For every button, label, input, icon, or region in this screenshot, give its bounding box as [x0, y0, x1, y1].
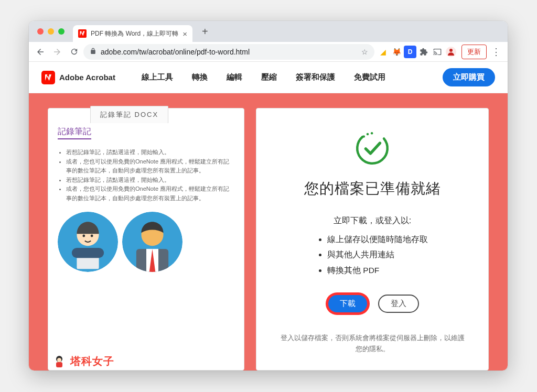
- adobe-logo-icon: [41, 71, 55, 84]
- cast-icon[interactable]: [431, 46, 444, 58]
- browser-toolbar: adobe.com/tw/acrobat/online/pdf-to-word.…: [29, 42, 508, 62]
- close-tab-icon[interactable]: ×: [182, 29, 187, 38]
- new-tab-button[interactable]: +: [198, 26, 212, 38]
- svg-point-7: [91, 234, 93, 237]
- svg-point-16: [353, 129, 391, 167]
- svg-point-14: [57, 358, 61, 362]
- bullet-item: 或者，您也可以使用免費的OneNote 應用程式，輕鬆建立所有記事的數位筆記本，…: [66, 184, 234, 203]
- page-body: 記錄筆記 DOCX 記錄筆記 若想記錄筆記，請點選這裡，開始輸入。 或者，您也可…: [29, 93, 508, 371]
- extension-icon[interactable]: ◢: [377, 46, 389, 58]
- fullscreen-window-icon[interactable]: [58, 28, 65, 35]
- svg-point-1: [449, 49, 453, 52]
- brand[interactable]: Adobe Acrobat: [41, 71, 115, 84]
- nav-online-tools[interactable]: 線上工具: [134, 72, 180, 82]
- bullet-item: 或者，您也可以使用免費的OneNote 應用程式，輕鬆建立所有記事的數位筆記本，…: [66, 157, 234, 176]
- profile-avatar-icon[interactable]: [445, 46, 457, 58]
- download-highlight: 下載: [326, 292, 370, 315]
- avatar-row: [58, 212, 234, 272]
- nav-compress[interactable]: 壓縮: [254, 72, 284, 82]
- doc-title: 記錄筆記: [58, 126, 91, 139]
- reload-button[interactable]: [67, 45, 81, 59]
- url-text: adobe.com/tw/acrobat/online/pdf-to-word.…: [101, 48, 357, 56]
- feature-item: 線上儲存以便隨時隨地存取: [327, 232, 428, 247]
- nav-sign[interactable]: 簽署和保護: [288, 72, 342, 82]
- privacy-note: 登入以儲存檔案，否則系統會將檔案從伺服器上刪除，以維護您的隱私。: [278, 333, 467, 355]
- browser-window: PDF 轉換為 Word，線上即可轉 × + adobe.com/tw/acro…: [29, 21, 508, 371]
- button-row: 下載 登入: [326, 292, 419, 315]
- bookmark-star-icon[interactable]: ☆: [361, 48, 368, 56]
- ready-title: 您的檔案已準備就緒: [304, 179, 441, 199]
- tab-title: PDF 轉換為 Word，線上即可轉: [91, 29, 178, 38]
- feature-list: 線上儲存以便隨時隨地存取 與其他人共用連結 轉換其他 PDF: [317, 232, 428, 278]
- svg-point-18: [367, 133, 369, 136]
- brand-text: Adobe Acrobat: [59, 73, 115, 82]
- address-bar[interactable]: adobe.com/tw/acrobat/online/pdf-to-word.…: [83, 44, 374, 60]
- feature-item: 轉換其他 PDF: [327, 263, 428, 278]
- kebab-menu-icon[interactable]: ⋮: [489, 45, 503, 59]
- adobe-favicon-icon: [78, 29, 87, 38]
- close-window-icon[interactable]: [37, 28, 44, 35]
- svg-point-19: [371, 132, 373, 135]
- update-button[interactable]: 更新: [461, 45, 487, 59]
- watermark: 塔科女子: [51, 353, 114, 369]
- download-card: 您的檔案已準備就緒 立即下載，或登入以: 線上儲存以便隨時隨地存取 與其他人共用…: [256, 108, 489, 371]
- subtitle: 立即下載，或登入以:: [334, 215, 411, 226]
- svg-rect-15: [56, 362, 62, 367]
- lock-icon: [90, 48, 96, 56]
- forward-button[interactable]: [50, 45, 65, 59]
- bullet-item: 若想記錄筆記，請點選這裡，開始輸入。: [66, 148, 234, 157]
- buy-now-button[interactable]: 立即購買: [443, 68, 495, 86]
- metamask-icon[interactable]: 🦊: [390, 46, 403, 58]
- svg-rect-4: [72, 248, 104, 258]
- site-navigation: Adobe Acrobat 線上工具 轉換 編輯 壓縮 簽署和保護 免費試用 立…: [29, 62, 508, 93]
- signin-button[interactable]: 登入: [378, 295, 419, 313]
- avatar-person-1-icon: [58, 212, 118, 272]
- feature-item: 與其他人共用連結: [327, 247, 428, 262]
- extensions-puzzle-icon[interactable]: [417, 46, 430, 58]
- download-button[interactable]: 下載: [328, 295, 367, 312]
- nav-convert[interactable]: 轉換: [185, 72, 215, 82]
- nav-edit[interactable]: 編輯: [219, 72, 250, 82]
- svg-point-17: [363, 135, 366, 138]
- extension-icons: ◢ 🦊 D: [377, 46, 457, 58]
- window-controls[interactable]: [34, 28, 68, 35]
- success-check-icon: [353, 129, 391, 167]
- extension-d-icon[interactable]: D: [404, 46, 416, 58]
- nav-free-trial[interactable]: 免費試用: [347, 72, 393, 82]
- bullet-item: 若想記錄筆記，請點選這裡，開始輸入。: [66, 176, 234, 185]
- avatar-person-2-icon: [122, 212, 182, 272]
- minimize-window-icon[interactable]: [48, 28, 54, 35]
- watermark-avatar-icon: [51, 353, 67, 369]
- back-button[interactable]: [33, 45, 48, 59]
- doc-bullets: 若想記錄筆記，請點選這裡，開始輸入。 或者，您也可以使用免費的OneNote 應…: [58, 148, 234, 203]
- file-tab: 記錄筆記 DOCX: [90, 106, 168, 123]
- svg-point-6: [82, 234, 85, 237]
- page-viewport: Adobe Acrobat 線上工具 轉換 編輯 壓縮 簽署和保護 免費試用 立…: [29, 62, 508, 371]
- preview-card: 記錄筆記 DOCX 記錄筆記 若想記錄筆記，請點選這裡，開始輸入。 或者，您也可…: [48, 108, 244, 371]
- watermark-text: 塔科女子: [70, 354, 114, 368]
- browser-tab[interactable]: PDF 轉換為 Word，線上即可轉 ×: [73, 25, 192, 42]
- tab-strip: PDF 轉換為 Word，線上即可轉 × +: [29, 21, 508, 42]
